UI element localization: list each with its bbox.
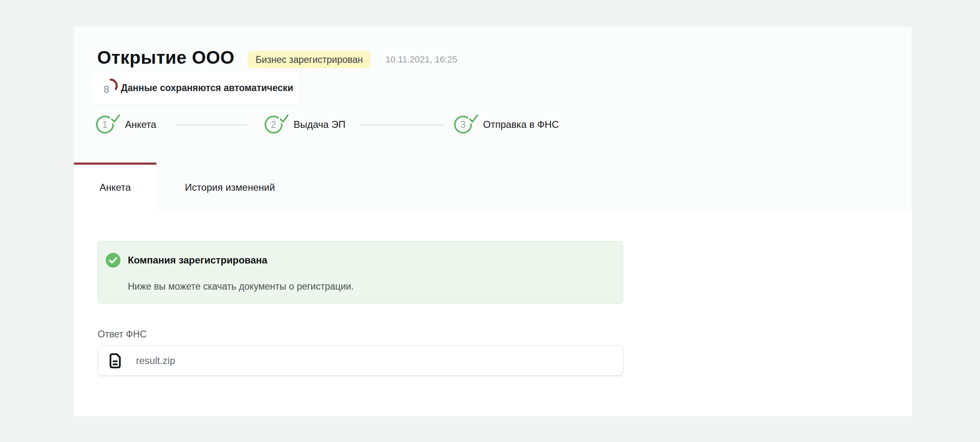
file-name: result.zip: [136, 346, 175, 375]
file-document-icon: [109, 353, 121, 368]
alert-description: Ниже вы можете скачать документы о регис…: [128, 281, 354, 292]
alert-title: Компания зарегистрирована: [128, 254, 267, 266]
step-circle: 1: [96, 116, 114, 134]
success-check-icon: [106, 253, 120, 268]
step-number: 1: [102, 120, 108, 129]
stepper: 1 Анкета 2 Выдача ЭП 3: [74, 116, 912, 135]
autosave-popover: 8 Данные сохраняются автоматически: [92, 71, 299, 104]
step-circle: 2: [265, 116, 283, 134]
main-card: Открытие ООО Бизнес зарегистрирован 10.1…: [74, 27, 912, 416]
step-label: Выдача ЭП: [292, 119, 345, 130]
autosave-label: Данные сохраняются автоматически: [121, 71, 293, 104]
countdown-arc-icon: [103, 78, 118, 94]
tab-bar: Анкета История изменений: [74, 163, 912, 210]
step-completed-check-icon: [278, 114, 290, 124]
tab-anketa[interactable]: Анкета: [74, 163, 156, 210]
page-header: Открытие ООО Бизнес зарегистрирован 10.1…: [74, 27, 912, 71]
file-download[interactable]: result.zip: [98, 345, 624, 376]
tab-label: Анкета: [100, 182, 131, 193]
step-completed-check-icon: [110, 114, 121, 124]
step-anketa[interactable]: 1 Анкета: [96, 116, 156, 134]
step-label: Анкета: [123, 119, 156, 130]
step-number: 2: [271, 120, 276, 129]
tab-istoria-izmeneniy[interactable]: История изменений: [165, 163, 295, 210]
step-otpravka-fns[interactable]: 3 Отправка в ФНС: [454, 116, 559, 134]
status-badge: Бизнес зарегистрирован: [248, 51, 371, 68]
step-connector: [177, 125, 247, 125]
step-completed-check-icon: [468, 114, 479, 124]
step-circle: 3: [454, 116, 472, 134]
timestamp: 10.11.2021, 16:25: [385, 54, 457, 65]
tab-content: Компания зарегистрирована Ниже вы можете…: [74, 210, 912, 416]
step-label: Отправка в ФНС: [481, 119, 559, 130]
success-alert: Компания зарегистрирована Ниже вы можете…: [98, 241, 623, 304]
file-section-label: Ответ ФНС: [98, 329, 147, 340]
step-number: 3: [461, 120, 466, 129]
tab-label: История изменений: [185, 182, 275, 193]
page-title: Открытие ООО: [97, 49, 234, 67]
step-vydacha-ep[interactable]: 2 Выдача ЭП: [265, 116, 345, 134]
step-connector: [359, 125, 444, 125]
